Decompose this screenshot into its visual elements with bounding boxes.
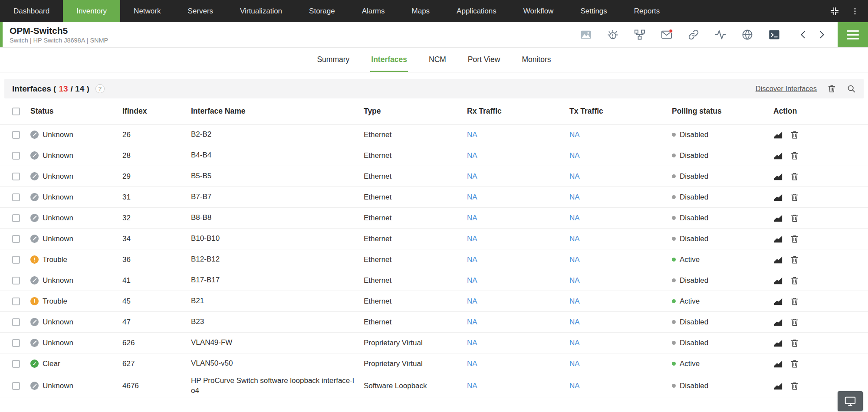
rx-traffic-link[interactable]: NA [467,339,477,347]
nav-item-dashboard[interactable]: Dashboard [0,0,63,22]
nav-item-alarms[interactable]: Alarms [349,0,398,22]
tx-traffic-link[interactable]: NA [569,131,580,139]
nav-item-workflow[interactable]: Workflow [510,0,567,22]
tx-traffic-link[interactable]: NA [569,297,580,305]
row-checkbox[interactable] [12,235,20,243]
row-checkbox[interactable] [12,131,20,139]
help-icon[interactable]: ? [95,84,105,93]
tx-traffic-link[interactable]: NA [569,318,580,326]
traffic-graph-icon[interactable] [773,130,783,140]
console-icon[interactable] [838,391,863,411]
tx-traffic-link[interactable]: NA [569,193,580,201]
traffic-graph-icon[interactable] [773,151,783,160]
row-checkbox[interactable] [12,382,20,390]
rx-traffic-link[interactable]: NA [467,276,477,284]
delete-icon[interactable] [827,84,836,93]
traffic-graph-icon[interactable] [773,381,783,391]
nav-item-virtualization[interactable]: Virtualization [227,0,296,22]
tab-ncm[interactable]: NCM [428,48,447,72]
row-checkbox[interactable] [12,339,20,347]
terminal-icon[interactable] [768,29,780,41]
rx-traffic-link[interactable]: NA [467,255,477,264]
row-checkbox[interactable] [12,152,20,160]
traffic-graph-icon[interactable] [773,317,783,327]
rx-traffic-link[interactable]: NA [467,297,477,305]
topology-icon[interactable] [634,29,646,41]
globe-icon[interactable] [741,29,753,41]
rx-traffic-link[interactable]: NA [467,214,477,222]
tx-traffic-link[interactable]: NA [569,255,580,264]
tx-traffic-link[interactable]: NA [569,276,580,284]
tx-traffic-link[interactable]: NA [569,151,580,160]
delete-icon[interactable] [790,381,799,391]
row-checkbox[interactable] [12,318,20,326]
rx-traffic-link[interactable]: NA [467,360,477,368]
tx-traffic-link[interactable]: NA [569,172,580,180]
nav-item-inventory[interactable]: Inventory [63,0,120,22]
delete-icon[interactable] [790,213,799,223]
chevron-left-icon[interactable] [799,30,808,39]
collapse-icon[interactable] [830,7,839,16]
traffic-graph-icon[interactable] [773,359,783,369]
delete-icon[interactable] [790,255,799,265]
sparkline-icon[interactable] [714,29,727,41]
tx-traffic-link[interactable]: NA [569,360,580,368]
search-icon[interactable] [847,84,856,93]
tx-traffic-link[interactable]: NA [569,235,580,243]
delete-icon[interactable] [790,151,799,160]
rx-traffic-link[interactable]: NA [467,172,477,180]
rx-traffic-link[interactable]: NA [467,193,477,201]
delete-icon[interactable] [790,297,799,306]
nav-item-applications[interactable]: Applications [443,0,510,22]
tx-traffic-link[interactable]: NA [569,382,580,390]
row-checkbox[interactable] [12,256,20,264]
tx-traffic-link[interactable]: NA [569,214,580,222]
nav-item-reports[interactable]: Reports [621,0,674,22]
delete-icon[interactable] [790,359,799,369]
delete-icon[interactable] [790,276,799,285]
tab-interfaces[interactable]: Interfaces [370,48,408,72]
nav-item-settings[interactable]: Settings [567,0,620,22]
delete-icon[interactable] [790,317,799,327]
delete-icon[interactable] [790,130,799,140]
traffic-graph-icon[interactable] [773,234,783,244]
tx-traffic-link[interactable]: NA [569,339,580,347]
traffic-graph-icon[interactable] [773,297,783,306]
row-checkbox[interactable] [12,277,20,284]
rx-traffic-link[interactable]: NA [467,151,477,160]
row-checkbox[interactable] [12,173,20,180]
row-checkbox[interactable] [12,193,20,201]
tab-port-view[interactable]: Port View [467,48,501,72]
more-options-icon[interactable] [851,7,859,16]
rx-traffic-link[interactable]: NA [467,318,477,326]
link-icon[interactable] [687,29,700,41]
nav-item-maps[interactable]: Maps [398,0,444,22]
nav-item-servers[interactable]: Servers [174,0,227,22]
row-checkbox[interactable] [12,214,20,222]
delete-icon[interactable] [790,172,799,181]
nav-item-storage[interactable]: Storage [296,0,349,22]
select-all-checkbox[interactable] [12,108,20,115]
traffic-graph-icon[interactable] [773,193,783,202]
tab-monitors[interactable]: Monitors [521,48,552,72]
traffic-graph-icon[interactable] [773,276,783,285]
menu-icon[interactable] [838,22,868,47]
delete-icon[interactable] [790,234,799,244]
traffic-graph-icon[interactable] [773,172,783,181]
row-checkbox[interactable] [12,298,20,305]
alarm-icon[interactable] [607,29,619,41]
traffic-graph-icon[interactable] [773,338,783,348]
traffic-graph-icon[interactable] [773,255,783,265]
traffic-graph-icon[interactable] [773,213,783,223]
performance-graph-icon[interactable] [580,29,592,41]
row-checkbox[interactable] [12,360,20,368]
tab-summary[interactable]: Summary [316,48,350,72]
mail-icon[interactable] [661,29,673,41]
rx-traffic-link[interactable]: NA [467,235,477,243]
rx-traffic-link[interactable]: NA [467,131,477,139]
discover-interfaces-link[interactable]: Discover Interfaces [756,85,817,93]
rx-traffic-link[interactable]: NA [467,382,477,390]
delete-icon[interactable] [790,338,799,348]
nav-item-network[interactable]: Network [120,0,174,22]
delete-icon[interactable] [790,193,799,202]
